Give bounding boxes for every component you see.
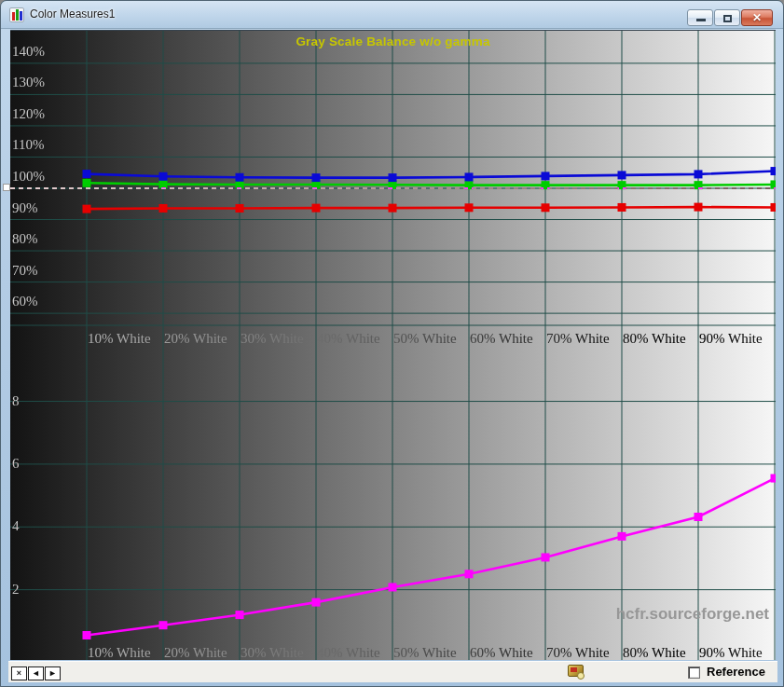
y-tick-label-bottom: 4	[12, 518, 20, 533]
x-tick-label-middle: 20% White	[164, 331, 227, 346]
y-tick-label-top: 110%	[12, 137, 44, 152]
y-tick-label-top: 100%	[12, 169, 45, 184]
x-tick-label-bottom: 60% White	[470, 645, 533, 660]
y-tick-label-top: 80%	[12, 231, 38, 246]
x-tick-label-middle: 60% White	[470, 331, 533, 346]
tab-bar: × ◄ ► MeasuresLuminanceGammaRGB Levels	[8, 661, 777, 682]
maximize-icon	[723, 15, 732, 22]
x-tick-label-middle: 40% White	[317, 331, 380, 346]
red-level-marker	[465, 203, 474, 212]
green-level-marker	[83, 179, 91, 187]
reference-checkbox-label: Reference	[707, 665, 765, 679]
red-level-marker	[618, 203, 626, 212]
x-tick-label-bottom: 30% White	[241, 645, 304, 660]
x-tick-label-bottom: 10% White	[88, 645, 151, 660]
x-tick-label-middle: 90% White	[699, 331, 763, 346]
x-tick-label-bottom: 70% White	[546, 645, 610, 660]
magenta-level-marker	[83, 631, 91, 639]
blue-level-marker	[389, 173, 397, 182]
blue-level-marker	[312, 173, 321, 182]
tab-next-button[interactable]: ►	[45, 666, 61, 680]
x-tick-label-middle: 50% White	[393, 331, 457, 346]
rgb-bars-app-icon	[9, 7, 24, 22]
tab-close-button[interactable]: ×	[11, 666, 27, 680]
red-level-marker	[542, 203, 550, 212]
x-tick-label-bottom: 40% White	[317, 645, 380, 660]
y-tick-label-bottom: 8	[12, 393, 20, 408]
magenta-level-marker	[159, 621, 168, 629]
minimize-icon	[696, 19, 706, 21]
red-level-marker	[771, 203, 777, 212]
y-tick-label-top: 130%	[12, 75, 45, 89]
blue-level-marker	[159, 172, 168, 181]
red-level-marker	[695, 203, 703, 212]
status-icon-dot	[577, 672, 585, 680]
x-tick-label-middle: 30% White	[241, 331, 304, 346]
x-tick-label-bottom: 90% White	[699, 645, 763, 660]
magenta-level-marker	[542, 553, 550, 561]
y-tick-label-top: 120%	[12, 106, 45, 121]
title-bar[interactable]: Color Measures1 ✕	[1, 1, 783, 29]
magenta-level-marker	[618, 532, 626, 541]
x-tick-label-bottom: 80% White	[623, 645, 686, 660]
chart-area: Gray Scale Balance w/o gamma 140%130%120…	[10, 30, 776, 660]
x-tick-label-middle: 70% White	[546, 331, 610, 346]
tab-label: Measures	[57, 664, 90, 682]
x-tick-label-bottom: 50% White	[393, 645, 457, 660]
red-level-marker	[159, 204, 168, 213]
close-button[interactable]: ✕	[741, 9, 773, 26]
magenta-level-marker	[465, 570, 474, 578]
magenta-level-marker	[771, 474, 777, 483]
red-level-marker	[236, 204, 244, 213]
red-level-marker	[83, 205, 91, 213]
blue-level-marker	[771, 167, 777, 175]
app-window: Color Measures1 ✕ Gray Scale Balance w/o…	[0, 0, 784, 687]
y-tick-label-top: 70%	[12, 263, 38, 278]
magenta-level-marker	[236, 611, 244, 619]
reference-checkbox[interactable]	[688, 666, 700, 679]
reference-level-marker[interactable]	[3, 184, 10, 191]
magenta-level-marker	[695, 513, 703, 521]
chart-title: Gray Scale Balance w/o gamma	[10, 34, 776, 48]
blue-level-marker	[236, 173, 244, 182]
y-tick-label-top: 60%	[12, 294, 38, 309]
red-level-marker	[389, 204, 397, 213]
status-icon-mark	[571, 667, 577, 672]
red-level-marker	[312, 204, 321, 213]
window-title: Color Measures1	[30, 7, 115, 21]
reference-100pct-dashed-line	[10, 187, 776, 189]
status-icon	[568, 665, 584, 677]
blue-level-marker	[542, 172, 550, 180]
x-tick-label-middle: 80% White	[623, 331, 686, 346]
tab-prev-button[interactable]: ◄	[28, 666, 44, 680]
watermark: hcfr.sourceforge.net	[616, 605, 769, 624]
blue-level-marker	[618, 171, 626, 179]
x-tick-label-middle: 10% White	[88, 331, 151, 346]
green-level-line	[87, 183, 775, 185]
magenta-level-marker	[312, 598, 321, 607]
red-level-line	[87, 207, 775, 209]
y-tick-label-bottom: 6	[12, 456, 20, 471]
y-tick-label-top: 90%	[12, 200, 38, 215]
y-tick-label-top: 140%	[12, 44, 45, 59]
y-tick-label-bottom: 2	[12, 582, 20, 597]
blue-level-line	[87, 172, 775, 178]
blue-level-marker	[83, 170, 91, 178]
maximize-button[interactable]	[714, 9, 740, 26]
close-icon: ✕	[742, 11, 772, 24]
blue-level-marker	[465, 172, 474, 181]
blue-level-marker	[695, 170, 703, 178]
magenta-level-marker	[389, 583, 397, 591]
x-tick-label-bottom: 20% White	[164, 645, 227, 660]
minimize-button[interactable]	[687, 9, 713, 26]
